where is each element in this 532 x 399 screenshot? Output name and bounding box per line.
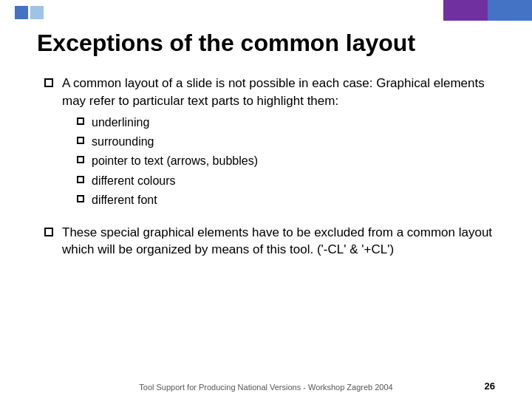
slide-footer: Tool Support for Producing National Vers…: [0, 383, 532, 392]
sub-bullet-square-3: [77, 156, 84, 163]
sub-bullet-item-4: different colours: [77, 173, 495, 189]
main-content: A common layout of a slide is not possib…: [37, 75, 495, 259]
sub-bullet-text-2: surrounding: [92, 134, 154, 150]
bullet-content-1: A common layout of a slide is not possib…: [62, 75, 495, 214]
page-number: 26: [485, 381, 495, 392]
sub-bullet-item-3: pointer to text (arrows, bubbles): [77, 153, 495, 169]
sub-bullet-text-5: different font: [92, 192, 157, 208]
sub-bullet-square-1: [77, 117, 84, 125]
top-right-decoration: [443, 0, 532, 21]
sub-bullet-item-2: surrounding: [77, 134, 495, 150]
deco-square-blue: [15, 6, 28, 19]
deco-square-light: [30, 6, 44, 19]
sub-bullet-square-2: [77, 137, 84, 144]
slide-container: Exceptions of the common layout A common…: [0, 0, 532, 399]
bar-purple: [443, 0, 488, 21]
bullet-item-2: These special graphical elements have to…: [44, 224, 495, 259]
sub-bullet-item-5: different font: [77, 192, 495, 208]
sub-bullet-text-3: pointer to text (arrows, bubbles): [92, 153, 258, 169]
slide-title: Exceptions of the common layout: [37, 30, 495, 57]
bullet-text-2: These special graphical elements have to…: [62, 224, 495, 259]
sub-bullet-square-5: [77, 195, 84, 202]
sub-bullet-text-4: different colours: [92, 173, 176, 189]
bullet-item-1: A common layout of a slide is not possib…: [44, 75, 495, 214]
footer-text: Tool Support for Producing National Vers…: [37, 383, 495, 392]
bullet-text-1: A common layout of a slide is not possib…: [62, 76, 485, 108]
bullet-square-2: [44, 228, 53, 236]
sub-bullet-text-1: underlining: [92, 115, 149, 131]
sub-bullet-square-4: [77, 176, 84, 183]
top-left-decoration: [15, 6, 44, 19]
sub-bullet-item-1: underlining: [77, 115, 495, 131]
bar-blue: [488, 0, 532, 21]
sub-bullets-1: underlining surrounding pointer to text …: [62, 115, 495, 209]
bullet-square-1: [44, 78, 53, 87]
